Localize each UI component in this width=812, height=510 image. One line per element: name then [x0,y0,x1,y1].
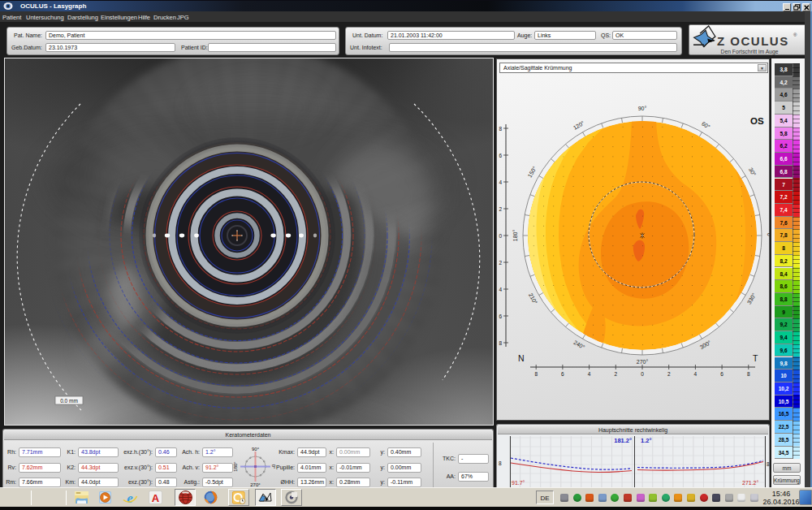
svg-text:4: 4 [588,371,591,377]
svg-text:Z OCULUS: Z OCULUS [717,34,789,48]
svg-text:91.7°: 91.7° [512,480,525,486]
svg-text:240°: 240° [572,339,585,350]
svg-text:2: 2 [499,260,502,266]
svg-text:181.2°: 181.2° [614,437,632,444]
svg-text:A: A [151,492,159,504]
svg-text:Den Fortschritt im Auge: Den Fortschritt im Auge [720,49,778,55]
svg-text:®: ® [793,32,797,37]
svg-text:60°: 60° [701,121,711,130]
svg-text:120°: 120° [572,120,585,131]
svg-text:8: 8 [534,371,538,377]
svg-text:271.2°: 271.2° [742,480,759,486]
svg-text:210°: 210° [528,292,538,305]
svg-text:6: 6 [499,153,502,158]
svg-text:0: 0 [499,233,502,239]
svg-text:2: 2 [499,206,502,212]
svg-text:8: 8 [747,371,750,377]
svg-text:0: 0 [641,371,644,377]
svg-text:8: 8 [499,460,502,466]
svg-text:N: N [518,353,525,363]
svg-text:2: 2 [667,371,671,377]
svg-text:0°: 0° [767,233,771,239]
svg-text:6: 6 [720,371,723,377]
svg-text:6: 6 [499,313,502,319]
svg-text:0.0 mm: 0.0 mm [60,398,78,404]
svg-text:6: 6 [561,371,564,377]
svg-text:90°: 90° [638,106,647,111]
svg-text:8: 8 [499,126,502,132]
svg-text:e: e [127,491,133,506]
svg-text:8: 8 [499,340,502,346]
svg-text:2: 2 [614,371,617,377]
svg-text:T: T [753,353,758,363]
svg-text:150°: 150° [527,165,538,178]
svg-text:270°: 270° [637,359,649,365]
svg-text:4: 4 [499,179,502,185]
svg-text:8: 8 [767,461,770,467]
svg-text:330°: 330° [746,292,757,305]
svg-text:180°: 180° [512,230,518,242]
svg-text:30°: 30° [748,166,757,177]
svg-text:4: 4 [499,287,502,292]
svg-text:300°: 300° [699,339,712,350]
svg-text:1.2°: 1.2° [641,437,651,444]
svg-text:4: 4 [694,371,698,377]
svg-text:OS: OS [750,116,764,126]
